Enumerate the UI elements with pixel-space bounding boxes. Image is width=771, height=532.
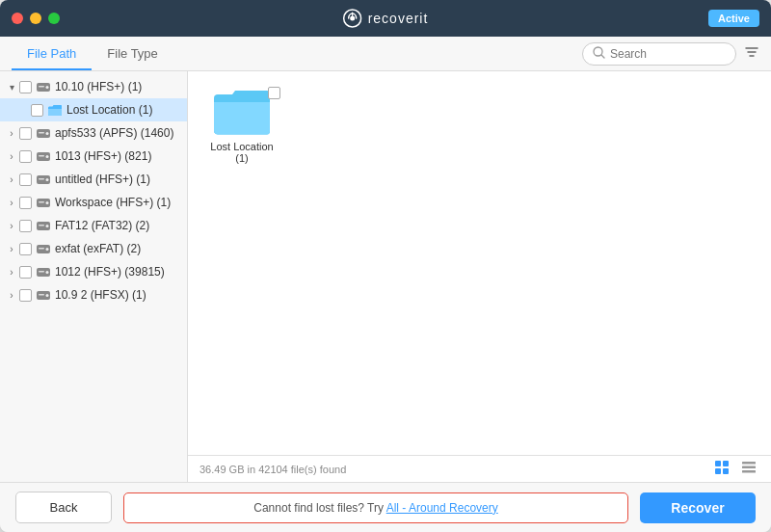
svg-rect-31 bbox=[723, 461, 729, 466]
minimize-button[interactable] bbox=[30, 13, 41, 24]
checkbox-6[interactable] bbox=[19, 220, 32, 232]
svg-rect-23 bbox=[39, 248, 44, 250]
chevron-right-icon: › bbox=[6, 220, 17, 231]
sidebar-label-5: Workspace (HFS+) (1) bbox=[55, 196, 171, 209]
svg-rect-36 bbox=[742, 470, 756, 473]
tab-bar: File Path File Type bbox=[0, 37, 771, 71]
svg-point-25 bbox=[46, 271, 49, 274]
sidebar-label-6: FAT12 (FAT32) (2) bbox=[55, 219, 149, 232]
title-bar: recoverit Active bbox=[0, 0, 771, 37]
sidebar-label-1: Lost Location (1) bbox=[66, 103, 152, 117]
sidebar-item-1[interactable]: Lost Location (1) bbox=[0, 98, 187, 121]
chevron-down-icon: ▾ bbox=[6, 81, 17, 93]
status-text: 36.49 GB in 42104 file(s) found bbox=[199, 464, 346, 475]
list-view-icon[interactable] bbox=[738, 458, 759, 480]
sidebar-item-9[interactable]: › 10.9 2 (HFSX) (1) bbox=[0, 283, 187, 306]
svg-point-22 bbox=[46, 248, 49, 251]
svg-point-7 bbox=[46, 132, 49, 135]
file-item-0[interactable]: Lost Location (1) bbox=[203, 87, 280, 164]
app-title: recoverit bbox=[368, 11, 429, 26]
checkbox-5[interactable] bbox=[19, 197, 32, 209]
hdd-icon bbox=[36, 81, 51, 93]
hdd-icon bbox=[36, 150, 51, 163]
main-content: ▾ 10.10 (HFS+) (1) Lost Location (1) bbox=[0, 71, 771, 482]
all-around-recovery-link[interactable]: All - Around Recovery bbox=[386, 501, 498, 515]
sidebar-label-7: exfat (exFAT) (2) bbox=[55, 242, 141, 255]
chevron-right-icon: › bbox=[6, 243, 17, 254]
svg-point-10 bbox=[46, 155, 49, 158]
back-button[interactable]: Back bbox=[15, 492, 112, 523]
checkbox-1[interactable] bbox=[31, 104, 43, 117]
tab-file-path[interactable]: File Path bbox=[12, 39, 92, 70]
hdd-icon bbox=[36, 266, 51, 279]
checkbox-7[interactable] bbox=[19, 243, 32, 255]
svg-rect-34 bbox=[742, 462, 756, 465]
chevron-right-icon: › bbox=[6, 173, 17, 185]
folder-icon bbox=[47, 104, 63, 117]
hdd-icon bbox=[36, 127, 51, 140]
svg-rect-14 bbox=[39, 178, 44, 180]
sidebar-label-8: 1012 (HFS+) (39815) bbox=[55, 265, 165, 279]
sidebar-item-5[interactable]: › Workspace (HFS+) (1) bbox=[0, 191, 187, 214]
sidebar-label-9: 10.9 2 (HFSX) (1) bbox=[55, 288, 146, 302]
maximize-button[interactable] bbox=[48, 13, 60, 24]
svg-rect-8 bbox=[39, 132, 44, 134]
sidebar-label-2: apfs533 (APFS) (1460) bbox=[55, 126, 173, 140]
svg-point-16 bbox=[46, 201, 49, 204]
svg-point-28 bbox=[46, 294, 49, 297]
sidebar: ▾ 10.10 (HFS+) (1) Lost Location (1) bbox=[0, 71, 188, 482]
traffic-lights bbox=[12, 13, 60, 24]
checkbox-0[interactable] bbox=[19, 81, 32, 93]
view-icons bbox=[711, 458, 759, 480]
sidebar-label-4: untitled (HFS+) (1) bbox=[55, 173, 150, 186]
bottom-bar: Back Cannot find lost files? Try All - A… bbox=[0, 482, 771, 532]
svg-rect-30 bbox=[715, 461, 721, 466]
file-grid: Lost Location (1) bbox=[188, 71, 771, 455]
svg-rect-20 bbox=[39, 225, 44, 226]
sidebar-item-6[interactable]: › FAT12 (FAT32) (2) bbox=[0, 214, 187, 237]
filter-icon[interactable] bbox=[744, 44, 759, 64]
notice-box: Cannot find lost files? Try All - Around… bbox=[123, 492, 628, 523]
sidebar-item-2[interactable]: › apfs533 (APFS) (1460) bbox=[0, 121, 187, 145]
sidebar-item-4[interactable]: › untitled (HFS+) (1) bbox=[0, 168, 187, 191]
svg-rect-26 bbox=[39, 271, 44, 273]
chevron-right-icon: › bbox=[6, 266, 17, 278]
chevron-right-icon: › bbox=[6, 127, 17, 139]
search-input[interactable] bbox=[610, 47, 726, 61]
tab-file-type[interactable]: File Type bbox=[92, 39, 173, 70]
sidebar-label-0: 10.10 (HFS+) (1) bbox=[55, 80, 142, 93]
svg-rect-32 bbox=[715, 468, 721, 474]
hdd-icon bbox=[36, 173, 51, 186]
sidebar-item-7[interactable]: › exfat (exFAT) (2) bbox=[0, 237, 187, 260]
svg-rect-33 bbox=[723, 468, 729, 474]
chevron-right-icon: › bbox=[6, 197, 17, 208]
svg-point-13 bbox=[46, 178, 49, 181]
checkbox-2[interactable] bbox=[19, 127, 32, 140]
notice-text: Cannot find lost files? Try bbox=[253, 501, 386, 515]
checkbox-8[interactable] bbox=[19, 266, 32, 279]
recover-button[interactable]: Recover bbox=[640, 492, 756, 523]
chevron-right-icon: › bbox=[6, 289, 17, 301]
active-badge: Active bbox=[708, 10, 759, 27]
hdd-icon bbox=[36, 243, 51, 255]
sidebar-label-3: 1013 (HFS+) (821) bbox=[55, 149, 151, 163]
status-bar: 36.49 GB in 42104 file(s) found bbox=[188, 455, 771, 482]
checkbox-9[interactable] bbox=[19, 289, 32, 302]
close-button[interactable] bbox=[12, 13, 23, 24]
file-item-checkbox[interactable] bbox=[268, 87, 280, 99]
svg-rect-29 bbox=[39, 294, 44, 296]
grid-view-icon[interactable] bbox=[711, 458, 732, 480]
file-area: Lost Location (1) 36.49 GB in 42104 file… bbox=[188, 71, 771, 482]
checkbox-4[interactable] bbox=[19, 173, 32, 186]
sidebar-item-3[interactable]: › 1013 (HFS+) (821) bbox=[0, 145, 187, 168]
file-item-label-0: Lost Location (1) bbox=[203, 141, 280, 164]
checkbox-3[interactable] bbox=[19, 150, 32, 163]
svg-rect-35 bbox=[742, 466, 756, 469]
app-logo-icon bbox=[343, 9, 362, 28]
sidebar-item-0[interactable]: ▾ 10.10 (HFS+) (1) bbox=[0, 75, 187, 98]
sidebar-item-8[interactable]: › 1012 (HFS+) (39815) bbox=[0, 260, 187, 283]
svg-point-1 bbox=[350, 16, 355, 21]
search-icon bbox=[593, 46, 605, 62]
search-box bbox=[582, 42, 736, 66]
hdd-icon bbox=[36, 289, 51, 302]
